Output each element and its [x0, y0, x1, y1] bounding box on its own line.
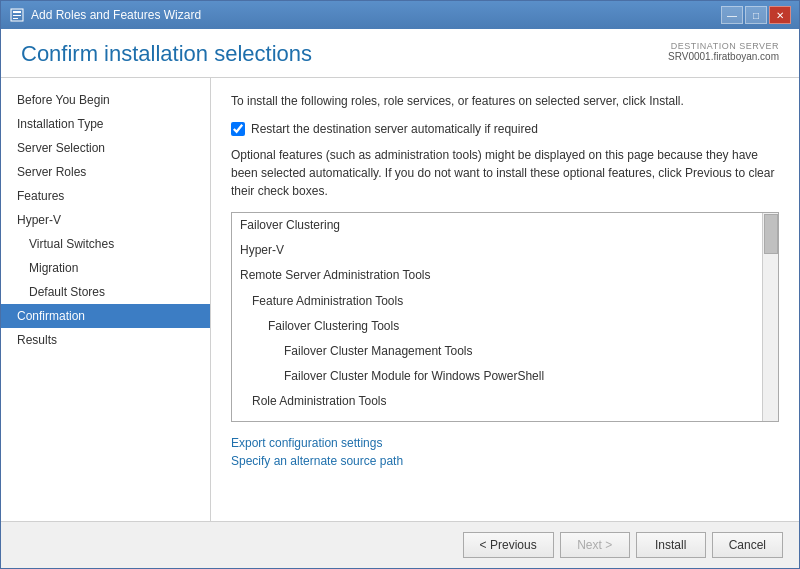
- destination-label: DESTINATION SERVER: [668, 41, 779, 51]
- alternate-source-link[interactable]: Specify an alternate source path: [231, 454, 779, 468]
- previous-button[interactable]: < Previous: [463, 532, 554, 558]
- sidebar-item-confirmation[interactable]: Confirmation: [1, 304, 210, 328]
- app-icon: [9, 7, 25, 23]
- sidebar-item-migration[interactable]: Migration: [1, 256, 210, 280]
- wizard-window: Add Roles and Features Wizard — □ ✕ Conf…: [0, 0, 800, 569]
- export-config-link[interactable]: Export configuration settings: [231, 436, 779, 450]
- title-bar-controls: — □ ✕: [721, 6, 791, 24]
- wizard-footer: < Previous Next > Install Cancel: [1, 521, 799, 568]
- minimize-button[interactable]: —: [721, 6, 743, 24]
- main-content: To install the following roles, role ser…: [211, 78, 799, 521]
- feature-item: Failover Clustering Tools: [232, 314, 760, 339]
- title-bar-text: Add Roles and Features Wizard: [31, 8, 201, 22]
- maximize-button[interactable]: □: [745, 6, 767, 24]
- sidebar-item-virtual-switches[interactable]: Virtual Switches: [1, 232, 210, 256]
- svg-rect-3: [13, 18, 18, 19]
- feature-item: Failover Clustering: [232, 213, 760, 238]
- title-bar-left: Add Roles and Features Wizard: [9, 7, 201, 23]
- feature-item: Feature Administration Tools: [232, 289, 760, 314]
- sidebar-item-default-stores[interactable]: Default Stores: [1, 280, 210, 304]
- restart-checkbox-label[interactable]: Restart the destination server automatic…: [251, 122, 538, 136]
- sidebar-item-server-selection[interactable]: Server Selection: [1, 136, 210, 160]
- install-button[interactable]: Install: [636, 532, 706, 558]
- close-button[interactable]: ✕: [769, 6, 791, 24]
- feature-item: Failover Cluster Module for Windows Powe…: [232, 364, 760, 389]
- restart-checkbox-row: Restart the destination server automatic…: [231, 122, 779, 136]
- sidebar-item-server-roles[interactable]: Server Roles: [1, 160, 210, 184]
- title-bar: Add Roles and Features Wizard — □ ✕: [1, 1, 799, 29]
- feature-item: Role Administration Tools: [232, 389, 760, 414]
- sidebar-item-before-you-begin[interactable]: Before You Begin: [1, 88, 210, 112]
- sidebar: Before You BeginInstallation TypeServer …: [1, 78, 211, 521]
- feature-item: Remote Server Administration Tools: [232, 263, 760, 288]
- sidebar-item-hyper-v[interactable]: Hyper-V: [1, 208, 210, 232]
- destination-value: SRV0001.firatboyan.com: [668, 51, 779, 62]
- svg-rect-2: [13, 15, 21, 16]
- feature-item: Hyper-V: [232, 238, 760, 263]
- restart-checkbox[interactable]: [231, 122, 245, 136]
- sidebar-item-installation-type[interactable]: Installation Type: [1, 112, 210, 136]
- cancel-button[interactable]: Cancel: [712, 532, 783, 558]
- scrollbar-track: [762, 213, 778, 421]
- optional-text: Optional features (such as administratio…: [231, 146, 779, 200]
- next-button[interactable]: Next >: [560, 532, 630, 558]
- wizard-title: Confirm installation selections: [21, 41, 312, 67]
- sidebar-item-results[interactable]: Results: [1, 328, 210, 352]
- intro-text: To install the following roles, role ser…: [231, 92, 779, 110]
- destination-server-info: DESTINATION SERVER SRV0001.firatboyan.co…: [668, 41, 779, 62]
- scrollbar-thumb[interactable]: [764, 214, 778, 254]
- features-list: Failover ClusteringHyper-VRemote Server …: [231, 212, 779, 422]
- sidebar-item-features[interactable]: Features: [1, 184, 210, 208]
- feature-item: Failover Cluster Management Tools: [232, 339, 760, 364]
- wizard-header: Confirm installation selections DESTINAT…: [1, 29, 799, 78]
- feature-item: Hyper-V Management Tools: [232, 415, 760, 423]
- svg-rect-1: [13, 11, 21, 13]
- wizard-body: Before You BeginInstallation TypeServer …: [1, 78, 799, 521]
